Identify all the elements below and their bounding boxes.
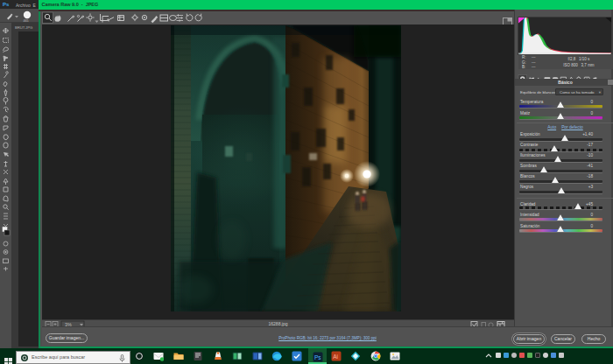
svg-text:Ps: Ps [314, 354, 321, 360]
svg-text:Ai: Ai [333, 354, 338, 360]
